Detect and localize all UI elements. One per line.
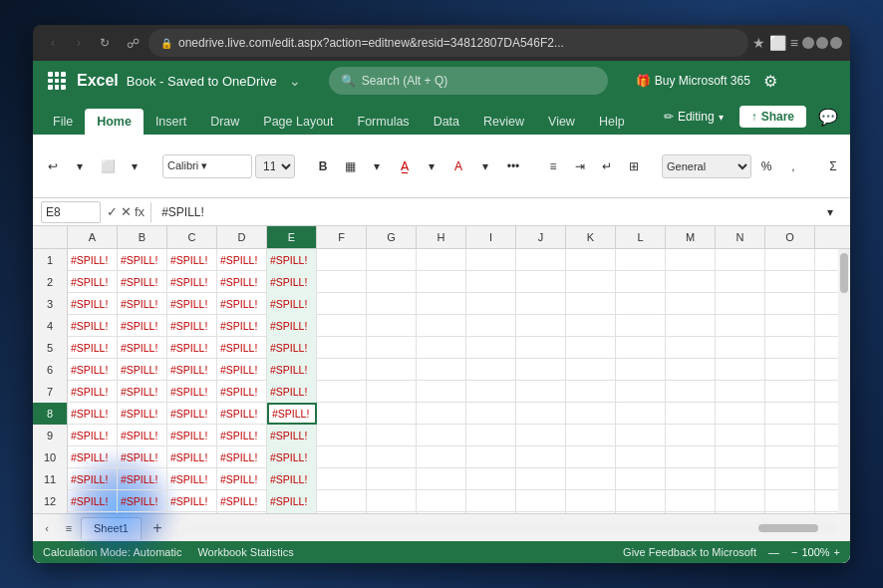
cell-M3[interactable] (666, 293, 716, 315)
cell-J3[interactable] (516, 293, 566, 315)
cell-C6[interactable]: #SPILL! (167, 359, 217, 381)
format-dropdown-button[interactable]: ▾ (123, 153, 147, 179)
cell-I6[interactable] (466, 359, 516, 381)
cell-B1[interactable]: #SPILL! (118, 249, 167, 271)
cell-B12[interactable]: #SPILL! (118, 490, 167, 512)
back-button[interactable]: ‹ (41, 31, 65, 55)
cell-K8[interactable] (566, 403, 616, 425)
indent-button[interactable]: ⇥ (568, 153, 592, 179)
cell-E4[interactable]: #SPILL! (267, 315, 317, 337)
cell-M5[interactable] (666, 337, 716, 359)
cell-B2[interactable]: #SPILL! (118, 271, 167, 293)
row-header-8[interactable]: 8 (33, 403, 68, 425)
cell-I5[interactable] (466, 337, 516, 359)
cell-N5[interactable] (716, 337, 765, 359)
font-color-button[interactable]: A (446, 153, 470, 179)
col-header-i[interactable]: I (466, 226, 516, 248)
fill-color-button[interactable]: A̲ (393, 153, 417, 179)
cell-A11[interactable]: #SPILL! (68, 468, 118, 490)
grid-body[interactable]: 1#SPILL!#SPILL!#SPILL!#SPILL!#SPILL!2#SP… (33, 249, 850, 513)
cell-J13[interactable] (516, 512, 566, 513)
cell-H11[interactable] (417, 468, 466, 490)
cell-N10[interactable] (716, 446, 765, 468)
cell-D11[interactable]: #SPILL! (217, 468, 267, 490)
cell-M13[interactable] (666, 512, 716, 513)
cell-K10[interactable] (566, 446, 616, 468)
tab-data[interactable]: Data (422, 109, 471, 135)
cell-J6[interactable] (516, 359, 566, 381)
col-header-g[interactable]: G (367, 226, 417, 248)
cell-E12[interactable]: #SPILL! (267, 490, 317, 512)
tab-page-layout[interactable]: Page Layout (251, 109, 345, 135)
cell-J10[interactable] (516, 446, 566, 468)
excel-search-bar[interactable]: 🔍 Search (Alt + Q) (329, 67, 608, 95)
row-header-9[interactable]: 9 (33, 425, 68, 446)
cell-J7[interactable] (516, 381, 566, 403)
cell-G10[interactable] (367, 446, 417, 468)
col-header-d[interactable]: D (217, 226, 267, 248)
cell-B13[interactable]: #SPILL! (118, 512, 167, 513)
row-header-7[interactable]: 7 (33, 381, 68, 403)
cell-A5[interactable]: #SPILL! (68, 337, 118, 359)
cell-E7[interactable]: #SPILL! (267, 381, 317, 403)
cell-O5[interactable] (765, 337, 815, 359)
row-header-4[interactable]: 4 (33, 315, 68, 337)
cell-D1[interactable]: #SPILL! (217, 249, 267, 271)
cell-H5[interactable] (417, 337, 466, 359)
cell-F1[interactable] (317, 249, 367, 271)
zoom-control[interactable]: − 100% + (791, 546, 840, 558)
cell-K13[interactable] (566, 512, 616, 513)
col-header-k[interactable]: K (566, 226, 616, 248)
cell-N4[interactable] (716, 315, 765, 337)
cell-F8[interactable] (317, 403, 367, 425)
cell-F2[interactable] (317, 271, 367, 293)
cell-G13[interactable] (367, 512, 417, 513)
cell-L2[interactable] (616, 271, 666, 293)
comments-icon[interactable]: 💬 (814, 103, 842, 131)
fill-color-dropdown[interactable]: ▾ (420, 153, 443, 179)
cell-E8[interactable]: #SPILL! (267, 403, 317, 425)
address-bar[interactable]: 🔒 onedrive.live.com/edit.aspx?action=edi… (148, 29, 748, 57)
cell-I8[interactable] (466, 403, 516, 425)
cell-I10[interactable] (466, 446, 516, 468)
cell-I7[interactable] (466, 381, 516, 403)
col-header-e[interactable]: E (267, 226, 317, 248)
cell-L13[interactable] (616, 512, 666, 513)
cell-O2[interactable] (765, 271, 815, 293)
cell-N3[interactable] (716, 293, 765, 315)
cell-N1[interactable] (716, 249, 765, 271)
cell-J1[interactable] (516, 249, 566, 271)
cell-G6[interactable] (367, 359, 417, 381)
workbook-stats-status[interactable]: Workbook Statistics (197, 546, 293, 558)
cell-N11[interactable] (716, 468, 765, 490)
cell-C4[interactable]: #SPILL! (167, 315, 217, 337)
menu-icon[interactable]: ≡ (790, 35, 798, 51)
cell-C10[interactable]: #SPILL! (167, 446, 217, 468)
cell-L3[interactable] (616, 293, 666, 315)
row-header-5[interactable]: 5 (33, 337, 68, 359)
cell-O4[interactable] (765, 315, 815, 337)
minimize-button[interactable] (802, 37, 814, 49)
cell-O8[interactable] (765, 403, 815, 425)
profile-icon[interactable]: ⬜ (769, 35, 786, 51)
cell-J12[interactable] (516, 490, 566, 512)
row-header-1[interactable]: 1 (33, 249, 68, 271)
bold-button[interactable]: B (311, 153, 335, 179)
format-cells-button[interactable]: ⬜ (96, 153, 120, 179)
sum-button[interactable]: Σ (821, 153, 845, 179)
font-size-select[interactable]: 11 (255, 154, 295, 178)
cell-reference-input[interactable]: E8 (41, 201, 101, 223)
cell-F7[interactable] (317, 381, 367, 403)
cell-H13[interactable] (417, 512, 466, 513)
align-button[interactable]: ≡ (541, 153, 565, 179)
borders-button[interactable]: ▦ (338, 153, 362, 179)
cell-G12[interactable] (367, 490, 417, 512)
format-btn-1[interactable]: % (754, 153, 778, 179)
cell-L6[interactable] (616, 359, 666, 381)
cell-H7[interactable] (417, 381, 466, 403)
undo-button[interactable]: ↩ (41, 153, 65, 179)
cell-C5[interactable]: #SPILL! (167, 337, 217, 359)
cell-K11[interactable] (566, 468, 616, 490)
cell-O11[interactable] (765, 468, 815, 490)
tab-view[interactable]: View (536, 109, 587, 135)
